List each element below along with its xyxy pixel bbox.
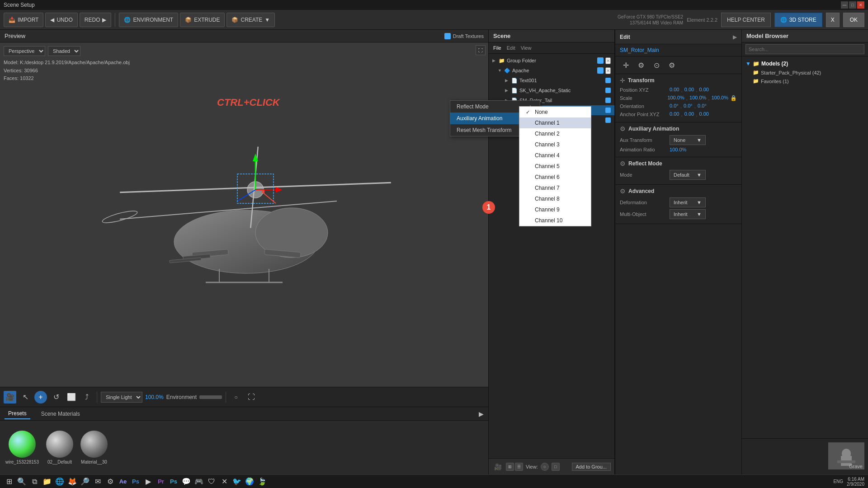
tree-row-group-folder[interactable]: ▶ 📁 Group Folder ✕ (489, 56, 614, 66)
media-icon[interactable]: ▶ (143, 476, 154, 487)
draft-textures-toggle[interactable]: Draft Textures (444, 33, 484, 39)
create-button[interactable]: 📦 CREATE ▼ (226, 13, 275, 27)
scene-tab-edit[interactable]: Edit (507, 44, 515, 52)
psc-icon[interactable]: Ps (168, 476, 179, 487)
tree-row-apache[interactable]: ▼ 🔷 Apache ✕ (489, 66, 614, 75)
material-item-1[interactable]: 02__Default (46, 431, 73, 465)
ch-channel10[interactable]: Channel 10 (519, 215, 591, 226)
ch-channel3[interactable]: Channel 3 (519, 139, 591, 150)
settings-icon[interactable]: ⚙ (105, 476, 116, 487)
tree-vis-main[interactable] (605, 108, 611, 113)
scene-materials-tab[interactable]: Scene Materials (38, 409, 84, 419)
mb-models-header[interactable]: ▼ 📁 Models (2) (745, 59, 864, 68)
material-item-0[interactable]: wire_153228153 (5, 431, 39, 465)
undo-button[interactable]: ◀ UNDO (45, 13, 77, 27)
ch-none[interactable]: ✓ None (519, 107, 591, 117)
search-btn[interactable]: 🔍 (16, 476, 27, 487)
tree-vis-text001[interactable] (605, 78, 611, 83)
view-circle-btn[interactable]: ○ (541, 463, 549, 471)
ch-channel6[interactable]: Channel 6 (519, 172, 591, 183)
leaf-icon[interactable]: 🍃 (257, 476, 268, 487)
mb-favorites[interactable]: 📁 Favorites (1) (745, 77, 864, 85)
aux-transform-dropdown[interactable]: None ▼ (670, 135, 706, 145)
pr-icon[interactable]: Pr (156, 476, 166, 487)
tree-row-sk-apache[interactable]: ▶ 📄 SK_VH_Apache_Static (489, 85, 614, 95)
start-btn[interactable]: ⊞ (4, 476, 14, 487)
mb-starter-pack[interactable]: 📁 Starter_Pack_Physical (42) (745, 68, 864, 77)
tree-vis-tail[interactable] (605, 98, 611, 103)
chat-icon[interactable]: 💬 (181, 476, 192, 487)
x-button[interactable]: X (826, 13, 840, 27)
tree-row-text001[interactable]: ▶ 📄 Text001 (489, 75, 614, 85)
help-center-button[interactable]: HELP CENTER (721, 13, 771, 27)
presets-expand-btn[interactable]: ▶ (479, 410, 484, 418)
view-toggle-list[interactable]: ☰ (515, 463, 523, 471)
add-btn[interactable]: + (34, 391, 47, 404)
win-maximize[interactable]: □ (849, 1, 856, 9)
vpn-icon[interactable]: 🛡 (206, 476, 217, 487)
light-mode-select[interactable]: Single Light (101, 392, 142, 403)
camera-view-btn[interactable]: 🎥 (492, 461, 503, 472)
material-item-2[interactable]: Material__30 (80, 431, 108, 465)
vp-fullscreen-btn[interactable]: ⛶ (245, 391, 258, 404)
scene-tab-file[interactable]: File (493, 44, 501, 52)
tree-vis-sk[interactable] (605, 88, 611, 93)
tree-vis-objects[interactable] (605, 117, 611, 123)
ch-channel8[interactable]: Channel 8 (519, 193, 591, 204)
file-explorer-icon[interactable]: 📁 (42, 476, 52, 487)
reflect-mode-dropdown[interactable]: Default ▼ (670, 170, 706, 180)
scale-tool-btn[interactable]: ⊙ (651, 59, 662, 71)
bird-icon[interactable]: 🐦 (231, 476, 242, 487)
export-btn[interactable]: ⤴ (80, 391, 93, 404)
import-button[interactable]: 📥 IMPORT (4, 13, 43, 27)
multi-dropdown[interactable]: Inherit ▼ (670, 209, 706, 219)
3d-viewport[interactable]: Perspective Shaded Model: K:/desktop 21.… (0, 42, 488, 387)
vp-circle-btn[interactable]: ○ (230, 391, 242, 404)
select-btn[interactable]: ↖ (19, 391, 32, 404)
rotate-tool-btn[interactable]: ⚙ (635, 59, 647, 71)
ch-channel1[interactable]: Channel 1 (519, 117, 591, 128)
viewport-expand-btn[interactable]: ⛶ (476, 45, 486, 55)
search2-icon[interactable]: 🔎 (80, 476, 90, 487)
camera-btn[interactable]: 🎥 (4, 391, 16, 404)
browser2-icon[interactable]: 🌍 (244, 476, 255, 487)
ch-channel5[interactable]: Channel 5 (519, 161, 591, 172)
game-icon[interactable]: 🎮 (193, 476, 204, 487)
ch-channel7[interactable]: Channel 7 (519, 183, 591, 193)
deform-dropdown[interactable]: Inherit ▼ (670, 197, 706, 207)
ps-icon[interactable]: Ps (130, 476, 141, 487)
channel-submenu: ✓ None Channel 1 Channel 2 Channel 3 Cha… (519, 106, 591, 226)
ch-channel2[interactable]: Channel 2 (519, 128, 591, 139)
ch-channel4[interactable]: Channel 4 (519, 150, 591, 161)
redo-button[interactable]: REDO ▶ (80, 13, 112, 27)
tree-toggle-apache[interactable] (597, 67, 604, 74)
frame-btn[interactable]: ⬜ (65, 391, 78, 404)
view-toggle-grid[interactable]: ⊞ (506, 463, 514, 471)
win-minimize[interactable]: — (841, 1, 848, 9)
tree-close-btn[interactable]: ✕ (605, 57, 611, 64)
extrude-button[interactable]: 📦 EXTRUDE (180, 13, 225, 27)
ae-icon[interactable]: Ae (118, 476, 128, 487)
tree-close-apache[interactable]: ✕ (605, 67, 611, 74)
scene-tab-view[interactable]: View (521, 44, 532, 52)
ch-channel9[interactable]: Channel 9 (519, 204, 591, 215)
win-close[interactable]: ✕ (857, 1, 864, 9)
store-button[interactable]: 🌐 3D STORE (774, 13, 822, 27)
view-square-btn[interactable]: □ (552, 463, 560, 471)
move-tool-btn[interactable]: ✛ (620, 59, 632, 71)
ok-button[interactable]: OK (843, 13, 864, 27)
environment-button[interactable]: 🌐 ENVIRONMENT (119, 13, 178, 27)
rotate-btn[interactable]: ↺ (50, 391, 62, 404)
x-app-icon[interactable]: ✕ (219, 476, 230, 487)
presets-tab[interactable]: Presets (5, 408, 30, 419)
task-view-btn[interactable]: ⧉ (29, 476, 40, 487)
chrome-icon[interactable]: 🌐 (54, 476, 65, 487)
add-group-btn[interactable]: Add to Grou... (572, 463, 611, 471)
tree-toggle-group[interactable] (597, 57, 604, 64)
draft-textures-checkbox[interactable] (444, 33, 451, 39)
mail-icon[interactable]: ✉ (92, 476, 103, 487)
mb-search-input[interactable] (745, 44, 864, 54)
firefox-icon[interactable]: 🦊 (67, 476, 78, 487)
env-bar[interactable] (199, 395, 222, 399)
settings-tool-btn[interactable]: ⚙ (666, 59, 678, 71)
